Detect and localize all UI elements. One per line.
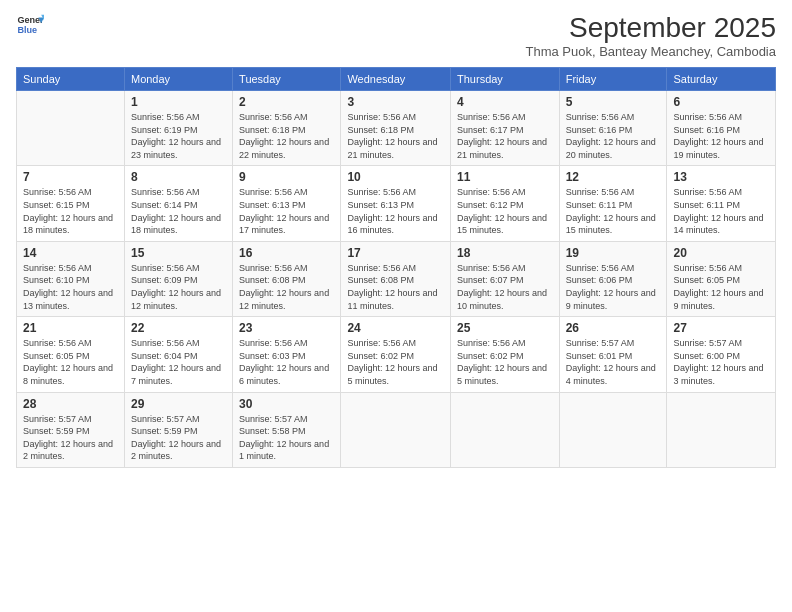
day-number: 14 <box>23 246 118 260</box>
day-number: 12 <box>566 170 661 184</box>
day-info: Sunrise: 5:56 AMSunset: 6:11 PMDaylight:… <box>566 186 661 236</box>
day-info: Sunrise: 5:56 AMSunset: 6:13 PMDaylight:… <box>239 186 334 236</box>
table-row: 29 Sunrise: 5:57 AMSunset: 5:59 PMDaylig… <box>124 392 232 467</box>
logo-icon: General Blue <box>16 12 44 40</box>
day-number: 2 <box>239 95 334 109</box>
table-row: 16 Sunrise: 5:56 AMSunset: 6:08 PMDaylig… <box>233 241 341 316</box>
day-number: 3 <box>347 95 444 109</box>
day-number: 29 <box>131 397 226 411</box>
day-number: 4 <box>457 95 553 109</box>
day-info: Sunrise: 5:56 AMSunset: 6:16 PMDaylight:… <box>566 111 661 161</box>
day-number: 6 <box>673 95 769 109</box>
day-number: 7 <box>23 170 118 184</box>
day-info: Sunrise: 5:57 AMSunset: 5:59 PMDaylight:… <box>23 413 118 463</box>
day-info: Sunrise: 5:56 AMSunset: 6:19 PMDaylight:… <box>131 111 226 161</box>
day-number: 24 <box>347 321 444 335</box>
table-row: 15 Sunrise: 5:56 AMSunset: 6:09 PMDaylig… <box>124 241 232 316</box>
day-info: Sunrise: 5:56 AMSunset: 6:15 PMDaylight:… <box>23 186 118 236</box>
table-row: 25 Sunrise: 5:56 AMSunset: 6:02 PMDaylig… <box>451 317 560 392</box>
col-sunday: Sunday <box>17 68 125 91</box>
table-row: 26 Sunrise: 5:57 AMSunset: 6:01 PMDaylig… <box>559 317 667 392</box>
calendar-row: 14 Sunrise: 5:56 AMSunset: 6:10 PMDaylig… <box>17 241 776 316</box>
day-number: 15 <box>131 246 226 260</box>
table-row: 1 Sunrise: 5:56 AMSunset: 6:19 PMDayligh… <box>124 91 232 166</box>
col-friday: Friday <box>559 68 667 91</box>
table-row: 8 Sunrise: 5:56 AMSunset: 6:14 PMDayligh… <box>124 166 232 241</box>
table-row: 7 Sunrise: 5:56 AMSunset: 6:15 PMDayligh… <box>17 166 125 241</box>
table-row: 13 Sunrise: 5:56 AMSunset: 6:11 PMDaylig… <box>667 166 776 241</box>
table-row <box>341 392 451 467</box>
table-row: 11 Sunrise: 5:56 AMSunset: 6:12 PMDaylig… <box>451 166 560 241</box>
table-row: 23 Sunrise: 5:56 AMSunset: 6:03 PMDaylig… <box>233 317 341 392</box>
day-info: Sunrise: 5:56 AMSunset: 6:11 PMDaylight:… <box>673 186 769 236</box>
table-row: 2 Sunrise: 5:56 AMSunset: 6:18 PMDayligh… <box>233 91 341 166</box>
day-info: Sunrise: 5:56 AMSunset: 6:09 PMDaylight:… <box>131 262 226 312</box>
table-row: 12 Sunrise: 5:56 AMSunset: 6:11 PMDaylig… <box>559 166 667 241</box>
title-section: September 2025 Thma Puok, Banteay Meanch… <box>525 12 776 59</box>
day-info: Sunrise: 5:56 AMSunset: 6:02 PMDaylight:… <box>347 337 444 387</box>
table-row: 20 Sunrise: 5:56 AMSunset: 6:05 PMDaylig… <box>667 241 776 316</box>
table-row: 17 Sunrise: 5:56 AMSunset: 6:08 PMDaylig… <box>341 241 451 316</box>
table-row: 22 Sunrise: 5:56 AMSunset: 6:04 PMDaylig… <box>124 317 232 392</box>
page: General Blue September 2025 Thma Puok, B… <box>0 0 792 612</box>
day-number: 22 <box>131 321 226 335</box>
table-row: 24 Sunrise: 5:56 AMSunset: 6:02 PMDaylig… <box>341 317 451 392</box>
day-number: 27 <box>673 321 769 335</box>
day-info: Sunrise: 5:56 AMSunset: 6:17 PMDaylight:… <box>457 111 553 161</box>
table-row: 18 Sunrise: 5:56 AMSunset: 6:07 PMDaylig… <box>451 241 560 316</box>
day-number: 18 <box>457 246 553 260</box>
day-info: Sunrise: 5:56 AMSunset: 6:04 PMDaylight:… <box>131 337 226 387</box>
table-row: 30 Sunrise: 5:57 AMSunset: 5:58 PMDaylig… <box>233 392 341 467</box>
logo: General Blue <box>16 12 44 40</box>
col-monday: Monday <box>124 68 232 91</box>
table-row: 3 Sunrise: 5:56 AMSunset: 6:18 PMDayligh… <box>341 91 451 166</box>
day-number: 10 <box>347 170 444 184</box>
day-info: Sunrise: 5:56 AMSunset: 6:10 PMDaylight:… <box>23 262 118 312</box>
calendar-table: Sunday Monday Tuesday Wednesday Thursday… <box>16 67 776 468</box>
table-row: 4 Sunrise: 5:56 AMSunset: 6:17 PMDayligh… <box>451 91 560 166</box>
day-info: Sunrise: 5:56 AMSunset: 6:18 PMDaylight:… <box>347 111 444 161</box>
svg-text:Blue: Blue <box>17 25 37 35</box>
table-row <box>451 392 560 467</box>
day-info: Sunrise: 5:56 AMSunset: 6:13 PMDaylight:… <box>347 186 444 236</box>
day-info: Sunrise: 5:57 AMSunset: 5:58 PMDaylight:… <box>239 413 334 463</box>
calendar-row: 7 Sunrise: 5:56 AMSunset: 6:15 PMDayligh… <box>17 166 776 241</box>
table-row: 14 Sunrise: 5:56 AMSunset: 6:10 PMDaylig… <box>17 241 125 316</box>
day-info: Sunrise: 5:57 AMSunset: 5:59 PMDaylight:… <box>131 413 226 463</box>
col-saturday: Saturday <box>667 68 776 91</box>
table-row: 6 Sunrise: 5:56 AMSunset: 6:16 PMDayligh… <box>667 91 776 166</box>
day-number: 11 <box>457 170 553 184</box>
day-info: Sunrise: 5:56 AMSunset: 6:06 PMDaylight:… <box>566 262 661 312</box>
table-row: 21 Sunrise: 5:56 AMSunset: 6:05 PMDaylig… <box>17 317 125 392</box>
calendar-row: 28 Sunrise: 5:57 AMSunset: 5:59 PMDaylig… <box>17 392 776 467</box>
day-number: 17 <box>347 246 444 260</box>
col-thursday: Thursday <box>451 68 560 91</box>
header: General Blue September 2025 Thma Puok, B… <box>16 12 776 59</box>
day-number: 28 <box>23 397 118 411</box>
day-info: Sunrise: 5:56 AMSunset: 6:08 PMDaylight:… <box>347 262 444 312</box>
day-info: Sunrise: 5:56 AMSunset: 6:03 PMDaylight:… <box>239 337 334 387</box>
day-info: Sunrise: 5:56 AMSunset: 6:08 PMDaylight:… <box>239 262 334 312</box>
month-title: September 2025 <box>525 12 776 44</box>
calendar-row: 21 Sunrise: 5:56 AMSunset: 6:05 PMDaylig… <box>17 317 776 392</box>
table-row: 28 Sunrise: 5:57 AMSunset: 5:59 PMDaylig… <box>17 392 125 467</box>
table-row <box>17 91 125 166</box>
day-info: Sunrise: 5:56 AMSunset: 6:07 PMDaylight:… <box>457 262 553 312</box>
col-tuesday: Tuesday <box>233 68 341 91</box>
day-info: Sunrise: 5:56 AMSunset: 6:05 PMDaylight:… <box>23 337 118 387</box>
day-number: 8 <box>131 170 226 184</box>
day-number: 20 <box>673 246 769 260</box>
day-number: 25 <box>457 321 553 335</box>
subtitle: Thma Puok, Banteay Meanchey, Cambodia <box>525 44 776 59</box>
table-row: 19 Sunrise: 5:56 AMSunset: 6:06 PMDaylig… <box>559 241 667 316</box>
day-info: Sunrise: 5:56 AMSunset: 6:16 PMDaylight:… <box>673 111 769 161</box>
table-row: 27 Sunrise: 5:57 AMSunset: 6:00 PMDaylig… <box>667 317 776 392</box>
table-row <box>559 392 667 467</box>
day-number: 16 <box>239 246 334 260</box>
day-number: 23 <box>239 321 334 335</box>
table-row: 9 Sunrise: 5:56 AMSunset: 6:13 PMDayligh… <box>233 166 341 241</box>
day-number: 30 <box>239 397 334 411</box>
day-info: Sunrise: 5:57 AMSunset: 6:01 PMDaylight:… <box>566 337 661 387</box>
day-number: 13 <box>673 170 769 184</box>
day-number: 9 <box>239 170 334 184</box>
